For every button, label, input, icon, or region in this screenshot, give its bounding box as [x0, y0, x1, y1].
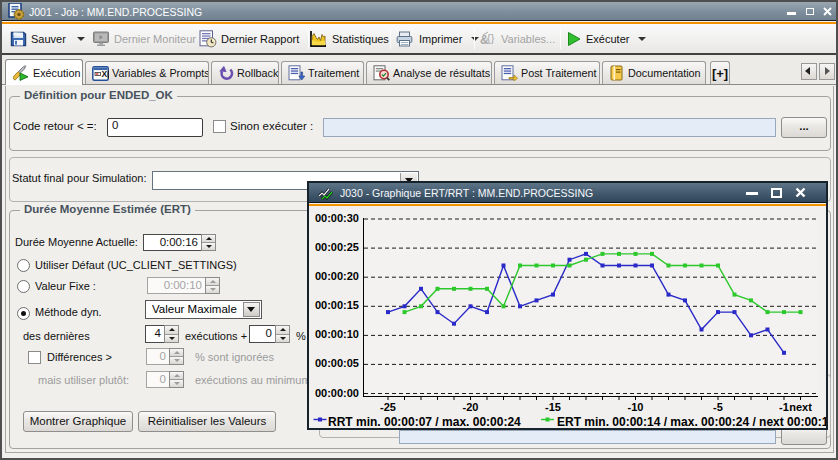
svg-text:00:00:15: 00:00:15	[315, 299, 359, 311]
svg-text:00:00:10: 00:00:10	[315, 328, 359, 340]
svg-text:-10: -10	[628, 401, 644, 413]
svg-text:00:00:05: 00:00:05	[315, 357, 359, 369]
svg-text:00:00:25: 00:00:25	[315, 241, 359, 253]
svg-text:-1: -1	[779, 401, 789, 413]
svg-text:-20: -20	[463, 401, 479, 413]
svg-text:ERT min. 00:00:14 / max. 00:00: ERT min. 00:00:14 / max. 00:00:24 / next…	[557, 415, 826, 429]
svg-text:-25: -25	[380, 401, 396, 413]
svg-text:X(): X()	[102, 69, 110, 79]
svg-text:-15: -15	[545, 401, 561, 413]
svg-text:00:00:30: 00:00:30	[315, 212, 359, 224]
svg-text:RRT min. 00:00:07 / max. 00:00: RRT min. 00:00:07 / max. 00:00:24	[328, 415, 521, 429]
svg-text:-5: -5	[713, 401, 723, 413]
svg-text:00:00:20: 00:00:20	[315, 270, 359, 282]
svg-text:{}: {}	[487, 32, 495, 44]
svg-text:00:00:00: 00:00:00	[315, 387, 359, 399]
svg-text:next: next	[789, 401, 812, 413]
